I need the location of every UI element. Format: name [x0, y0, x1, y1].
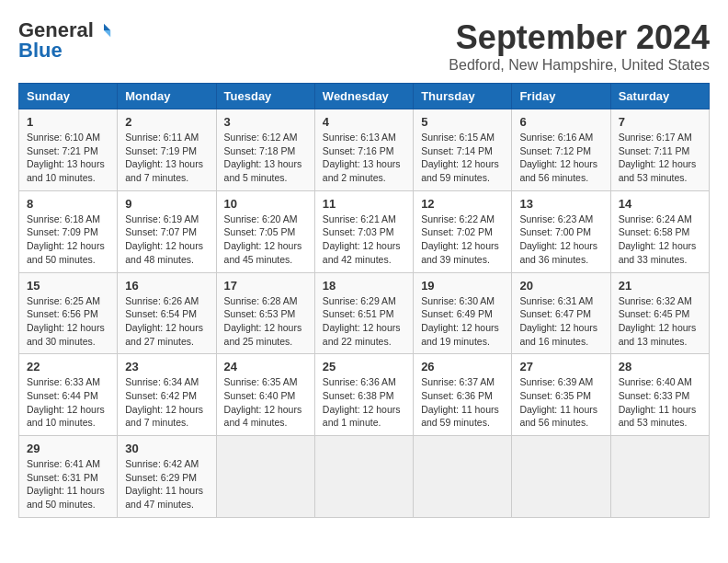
day-info: Sunrise: 6:12 AMSunset: 7:18 PMDaylight:… — [224, 131, 307, 185]
day-number: 10 — [224, 197, 307, 211]
logo-icon — [96, 22, 112, 39]
day-info: Sunrise: 6:33 AMSunset: 6:44 PMDaylight:… — [27, 375, 109, 430]
page-header: General Blue September 2024 Bedford, New… — [18, 18, 710, 74]
day-info: Sunrise: 6:20 AMSunset: 7:05 PMDaylight:… — [224, 213, 307, 267]
calendar-cell: 18Sunrise: 6:29 AMSunset: 6:51 PMDayligh… — [314, 272, 413, 354]
calendar-week-2: 8Sunrise: 6:18 AMSunset: 7:09 PMDaylight… — [19, 190, 710, 272]
day-number: 16 — [125, 279, 208, 293]
day-number: 6 — [519, 115, 602, 129]
day-number: 29 — [27, 442, 109, 455]
day-info: Sunrise: 6:25 AMSunset: 6:56 PMDaylight:… — [27, 294, 109, 349]
calendar-cell — [216, 436, 314, 518]
calendar-header-sunday: Sunday — [19, 84, 118, 109]
calendar-cell: 17Sunrise: 6:28 AMSunset: 6:53 PMDayligh… — [216, 272, 314, 354]
day-number: 19 — [421, 279, 504, 293]
calendar-cell: 23Sunrise: 6:34 AMSunset: 6:42 PMDayligh… — [118, 354, 216, 436]
day-info: Sunrise: 6:30 AMSunset: 6:49 PMDaylight:… — [421, 294, 504, 349]
calendar-cell: 20Sunrise: 6:31 AMSunset: 6:47 PMDayligh… — [512, 272, 610, 354]
day-info: Sunrise: 6:32 AMSunset: 6:45 PMDaylight:… — [619, 294, 701, 349]
calendar-cell: 2Sunrise: 6:11 AMSunset: 7:19 PMDaylight… — [118, 109, 216, 191]
calendar-cell: 27Sunrise: 6:39 AMSunset: 6:35 PMDayligh… — [512, 354, 610, 436]
day-info: Sunrise: 6:36 AMSunset: 6:38 PMDaylight:… — [323, 375, 405, 430]
day-number: 17 — [224, 279, 307, 293]
day-info: Sunrise: 6:18 AMSunset: 7:09 PMDaylight:… — [27, 213, 109, 267]
day-info: Sunrise: 6:21 AMSunset: 7:03 PMDaylight:… — [323, 213, 405, 267]
calendar-header-monday: Monday — [118, 84, 216, 109]
day-info: Sunrise: 6:42 AMSunset: 6:29 PMDaylight:… — [125, 457, 208, 511]
day-number: 2 — [125, 115, 208, 129]
calendar-cell: 7Sunrise: 6:17 AMSunset: 7:11 PMDaylight… — [610, 109, 709, 191]
calendar-cell: 9Sunrise: 6:19 AMSunset: 7:07 PMDaylight… — [118, 190, 216, 272]
calendar-week-3: 15Sunrise: 6:25 AMSunset: 6:56 PMDayligh… — [19, 272, 710, 354]
day-number: 23 — [125, 360, 208, 373]
day-number: 13 — [519, 197, 602, 211]
day-info: Sunrise: 6:41 AMSunset: 6:31 PMDaylight:… — [27, 457, 109, 511]
day-number: 20 — [519, 279, 602, 293]
calendar-cell: 10Sunrise: 6:20 AMSunset: 7:05 PMDayligh… — [216, 190, 314, 272]
calendar-cell: 16Sunrise: 6:26 AMSunset: 6:54 PMDayligh… — [118, 272, 216, 354]
calendar-cell: 15Sunrise: 6:25 AMSunset: 6:56 PMDayligh… — [19, 272, 118, 354]
calendar-cell — [512, 436, 610, 518]
day-info: Sunrise: 6:10 AMSunset: 7:21 PMDaylight:… — [27, 131, 109, 185]
day-info: Sunrise: 6:22 AMSunset: 7:02 PMDaylight:… — [421, 213, 504, 267]
calendar-cell: 22Sunrise: 6:33 AMSunset: 6:44 PMDayligh… — [19, 354, 118, 436]
calendar-cell: 1Sunrise: 6:10 AMSunset: 7:21 PMDaylight… — [19, 109, 118, 191]
day-number: 24 — [224, 360, 307, 373]
day-info: Sunrise: 6:13 AMSunset: 7:16 PMDaylight:… — [323, 131, 405, 185]
location: Bedford, New Hampshire, United States — [449, 57, 710, 74]
day-info: Sunrise: 6:39 AMSunset: 6:35 PMDaylight:… — [519, 375, 602, 430]
day-number: 8 — [27, 197, 109, 211]
calendar-cell: 26Sunrise: 6:37 AMSunset: 6:36 PMDayligh… — [414, 354, 512, 436]
day-info: Sunrise: 6:31 AMSunset: 6:47 PMDaylight:… — [519, 294, 602, 349]
calendar-cell: 25Sunrise: 6:36 AMSunset: 6:38 PMDayligh… — [314, 354, 413, 436]
day-number: 9 — [125, 197, 208, 211]
day-number: 15 — [27, 279, 109, 293]
calendar-week-1: 1Sunrise: 6:10 AMSunset: 7:21 PMDaylight… — [19, 109, 710, 191]
calendar-week-5: 29Sunrise: 6:41 AMSunset: 6:31 PMDayligh… — [19, 436, 710, 518]
calendar-cell: 12Sunrise: 6:22 AMSunset: 7:02 PMDayligh… — [414, 190, 512, 272]
day-info: Sunrise: 6:40 AMSunset: 6:33 PMDaylight:… — [619, 375, 701, 430]
calendar-cell: 3Sunrise: 6:12 AMSunset: 7:18 PMDaylight… — [216, 109, 314, 191]
day-info: Sunrise: 6:34 AMSunset: 6:42 PMDaylight:… — [125, 375, 208, 430]
calendar-cell — [610, 436, 709, 518]
day-info: Sunrise: 6:19 AMSunset: 7:07 PMDaylight:… — [125, 213, 208, 267]
calendar-header-wednesday: Wednesday — [314, 84, 413, 109]
calendar-cell — [314, 436, 413, 518]
day-number: 7 — [619, 115, 701, 129]
title-block: September 2024 Bedford, New Hampshire, U… — [449, 18, 710, 74]
day-info: Sunrise: 6:23 AMSunset: 7:00 PMDaylight:… — [519, 213, 602, 267]
calendar-header-friday: Friday — [512, 84, 610, 109]
day-number: 5 — [421, 115, 504, 129]
logo-blue: Blue — [18, 39, 63, 63]
day-info: Sunrise: 6:26 AMSunset: 6:54 PMDaylight:… — [125, 294, 208, 349]
calendar-cell: 21Sunrise: 6:32 AMSunset: 6:45 PMDayligh… — [610, 272, 709, 354]
day-info: Sunrise: 6:17 AMSunset: 7:11 PMDaylight:… — [619, 131, 701, 185]
calendar-cell: 6Sunrise: 6:16 AMSunset: 7:12 PMDaylight… — [512, 109, 610, 191]
day-number: 28 — [619, 360, 701, 373]
day-number: 3 — [224, 115, 307, 129]
day-info: Sunrise: 6:37 AMSunset: 6:36 PMDaylight:… — [421, 375, 504, 430]
day-info: Sunrise: 6:11 AMSunset: 7:19 PMDaylight:… — [125, 131, 208, 185]
calendar-cell: 8Sunrise: 6:18 AMSunset: 7:09 PMDaylight… — [19, 190, 118, 272]
day-number: 4 — [323, 115, 405, 129]
calendar-cell: 29Sunrise: 6:41 AMSunset: 6:31 PMDayligh… — [19, 436, 118, 518]
calendar-cell: 11Sunrise: 6:21 AMSunset: 7:03 PMDayligh… — [314, 190, 413, 272]
day-number: 11 — [323, 197, 405, 211]
day-info: Sunrise: 6:28 AMSunset: 6:53 PMDaylight:… — [224, 294, 307, 349]
day-number: 14 — [619, 197, 701, 211]
day-number: 1 — [27, 115, 109, 129]
day-info: Sunrise: 6:24 AMSunset: 6:58 PMDaylight:… — [619, 213, 701, 267]
calendar-cell: 19Sunrise: 6:30 AMSunset: 6:49 PMDayligh… — [414, 272, 512, 354]
day-number: 26 — [421, 360, 504, 373]
day-number: 25 — [323, 360, 405, 373]
day-info: Sunrise: 6:15 AMSunset: 7:14 PMDaylight:… — [421, 131, 504, 185]
day-info: Sunrise: 6:16 AMSunset: 7:12 PMDaylight:… — [519, 131, 602, 185]
calendar-cell: 24Sunrise: 6:35 AMSunset: 6:40 PMDayligh… — [216, 354, 314, 436]
calendar-header-tuesday: Tuesday — [216, 84, 314, 109]
day-number: 21 — [619, 279, 701, 293]
calendar-cell: 14Sunrise: 6:24 AMSunset: 6:58 PMDayligh… — [610, 190, 709, 272]
calendar-cell: 28Sunrise: 6:40 AMSunset: 6:33 PMDayligh… — [610, 354, 709, 436]
day-number: 30 — [125, 442, 208, 455]
calendar-cell: 13Sunrise: 6:23 AMSunset: 7:00 PMDayligh… — [512, 190, 610, 272]
day-number: 22 — [27, 360, 109, 373]
